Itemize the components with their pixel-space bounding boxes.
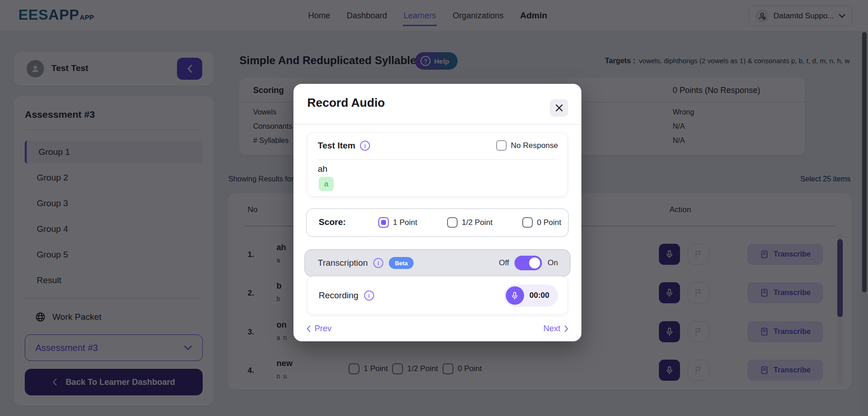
- score-option-1point: 1 Point: [378, 217, 417, 228]
- recording-pill: 00:00: [504, 285, 558, 307]
- no-response-checkbox[interactable]: [496, 140, 507, 151]
- info-icon[interactable]: i: [360, 141, 370, 151]
- phoneme-badge: a: [319, 177, 334, 191]
- toggle-knob: [529, 257, 540, 268]
- prev-label: Prev: [315, 324, 332, 334]
- score-card: Score: 1 Point 1/2 Point 0 Point: [306, 208, 569, 237]
- score-option-0point: 0 Point: [522, 217, 561, 228]
- toggle-off-label: Off: [499, 258, 509, 268]
- microphone-icon: [510, 291, 519, 300]
- recording-timer: 00:00: [530, 291, 549, 300]
- start-recording-button[interactable]: [506, 286, 524, 305]
- halfpoint-label: 1/2 Point: [462, 218, 492, 227]
- beta-badge: Beta: [389, 257, 414, 269]
- score-option-halfpoint: 1/2 Point: [447, 217, 492, 228]
- record-audio-modal: Record Audio Test Item i No Response ah …: [293, 84, 581, 341]
- test-item-word: ah: [318, 164, 327, 174]
- app-window: EESAPP APP Home Dashboard Learners Organ…: [0, 0, 868, 416]
- 0point-checkbox[interactable]: [522, 217, 533, 228]
- halfpoint-checkbox[interactable]: [447, 217, 458, 228]
- info-icon[interactable]: i: [364, 290, 374, 301]
- modal-title: Record Audio: [307, 96, 385, 110]
- divider: [317, 159, 558, 160]
- info-icon[interactable]: i: [373, 258, 383, 268]
- recording-label: Recording: [319, 290, 359, 301]
- recording-card: Recording i 00:00: [307, 276, 568, 315]
- close-button[interactable]: [550, 99, 568, 117]
- chevron-left-icon: [306, 325, 311, 332]
- chevron-right-icon: [564, 325, 569, 332]
- test-item-card: Test Item i No Response ah a: [307, 132, 568, 197]
- transcription-toggle-on[interactable]: [514, 256, 542, 270]
- next-label: Next: [543, 324, 560, 334]
- 1point-label: 1 Point: [393, 218, 417, 227]
- test-item-label: Test Item: [318, 141, 355, 151]
- transcription-bar: Transcription i Beta Off On: [304, 249, 570, 277]
- no-response-option: No Response: [496, 140, 558, 151]
- transcription-label: Transcription: [318, 258, 368, 268]
- prev-button[interactable]: Prev: [306, 324, 332, 334]
- 0point-label: 0 Point: [537, 218, 561, 227]
- divider: [293, 124, 581, 125]
- 1point-checkbox-checked[interactable]: [378, 217, 389, 228]
- modal-footer: Prev Next: [306, 323, 569, 337]
- no-response-label: No Response: [511, 141, 558, 150]
- next-button[interactable]: Next: [543, 324, 569, 334]
- close-icon: [555, 104, 563, 112]
- score-label: Score:: [319, 217, 346, 227]
- toggle-on-label: On: [547, 258, 558, 268]
